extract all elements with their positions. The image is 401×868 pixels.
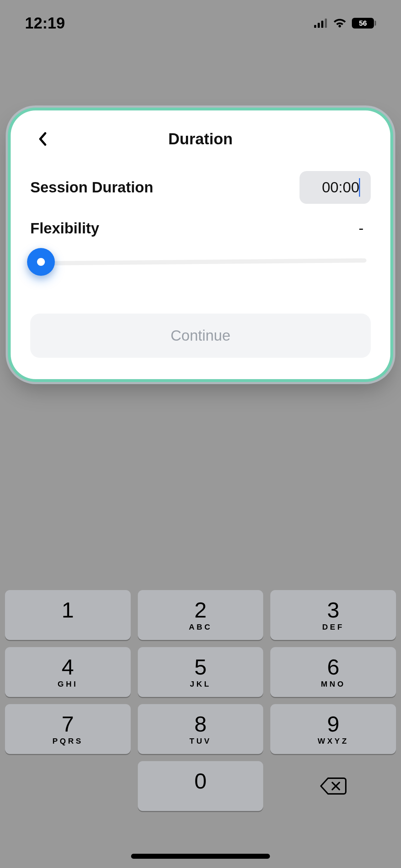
numeric-keypad: 1 2 ABC 3 DEF 4 GHI 5 JKL 6 MNO 7 PQRS 8…	[0, 586, 401, 811]
key-digit: 4	[62, 656, 74, 678]
status-time: 12:19	[25, 14, 65, 32]
key-letters: WXYZ	[318, 737, 349, 745]
svg-rect-0	[314, 25, 316, 28]
key-digit: 7	[62, 713, 74, 735]
svg-rect-3	[325, 19, 327, 28]
flexibility-slider[interactable]	[30, 253, 371, 271]
key-blank	[5, 761, 131, 811]
status-indicators: 56	[314, 18, 376, 29]
key-digit: 1	[62, 599, 74, 621]
key-letters: GHI	[58, 680, 78, 688]
key-letters: ABC	[189, 622, 212, 631]
svg-rect-2	[321, 21, 323, 28]
chevron-left-icon	[37, 132, 47, 146]
key-5[interactable]: 5 JKL	[138, 647, 264, 697]
key-8[interactable]: 8 TUV	[138, 704, 264, 754]
back-button[interactable]	[34, 130, 51, 148]
session-duration-row: Session Duration 00:00	[30, 171, 371, 204]
cellular-icon	[314, 19, 328, 28]
key-digit: 9	[327, 713, 339, 735]
slider-track	[41, 258, 366, 265]
key-2[interactable]: 2 ABC	[138, 590, 264, 640]
duration-modal: Duration Session Duration 00:00 Flexibil…	[11, 110, 390, 379]
slider-thumb[interactable]	[27, 248, 55, 276]
session-duration-input[interactable]: 00:00	[300, 171, 371, 204]
modal-title: Duration	[168, 130, 233, 148]
flexibility-value: -	[359, 220, 371, 237]
key-letters: JKL	[190, 680, 211, 688]
key-digit: 5	[194, 656, 207, 678]
key-letters: TUV	[189, 737, 212, 745]
battery-level: 56	[352, 18, 374, 29]
modal-header: Duration	[30, 130, 371, 148]
battery-icon: 56	[352, 18, 376, 29]
session-duration-label: Session Duration	[30, 179, 153, 196]
key-6[interactable]: 6 MNO	[270, 647, 396, 697]
key-digit: 6	[327, 656, 339, 678]
key-0[interactable]: 0	[138, 761, 264, 811]
key-1[interactable]: 1	[5, 590, 131, 640]
status-bar: 12:19 56	[0, 0, 401, 46]
key-letters: PQRS	[52, 737, 83, 745]
key-3[interactable]: 3 DEF	[270, 590, 396, 640]
key-digit: 2	[194, 599, 207, 621]
wifi-icon	[333, 18, 347, 28]
key-letters: MNO	[321, 680, 345, 688]
home-indicator[interactable]	[131, 854, 270, 859]
key-letters: DEF	[322, 622, 344, 631]
key-9[interactable]: 9 WXYZ	[270, 704, 396, 754]
key-digit: 8	[194, 713, 207, 735]
flexibility-row: Flexibility -	[30, 220, 371, 237]
key-delete[interactable]	[270, 761, 396, 811]
key-7[interactable]: 7 PQRS	[5, 704, 131, 754]
continue-button[interactable]: Continue	[30, 314, 371, 358]
key-4[interactable]: 4 GHI	[5, 647, 131, 697]
svg-rect-1	[318, 23, 320, 28]
flexibility-label: Flexibility	[30, 220, 99, 237]
key-digit: 0	[194, 770, 207, 792]
key-digit: 3	[327, 599, 339, 621]
backspace-icon	[319, 777, 347, 795]
